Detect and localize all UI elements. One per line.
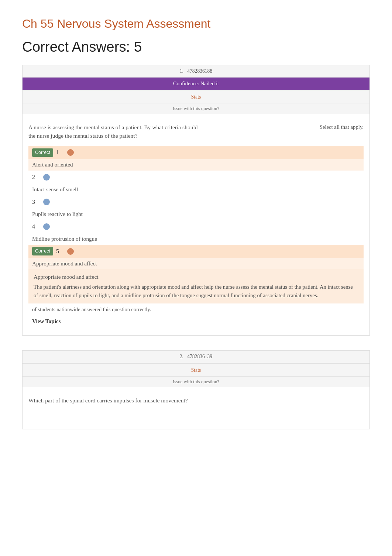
issue-label-2[interactable]: Issue with this question? (173, 379, 219, 384)
stats-link-2[interactable]: Stats (23, 363, 369, 377)
question-1-body: A nurse is assessing the mental status o… (23, 114, 369, 335)
stats-note-1: of students nationwide answered this que… (28, 303, 364, 316)
answer-option-3: 3 Pupils reactive to light (28, 195, 364, 220)
answer-number-5: 5 (56, 247, 63, 256)
confidence-label: Confidence: Nailed it (173, 80, 219, 86)
answer-text-1: Alert and oriented (28, 159, 364, 171)
question-1-number: 1. (180, 68, 183, 74)
answer-option-4: 4 Midline protrusion of tongue (28, 220, 364, 245)
question-1-text: A nurse is assessing the mental status o… (28, 123, 364, 140)
explanation-title: Appropriate mood and affect (34, 273, 358, 281)
select-all-label: Select all that apply. (320, 123, 364, 140)
question-2-text: Which part of the spinal cord carries im… (28, 396, 364, 405)
stats-link-1[interactable]: Stats (23, 90, 369, 103)
answer-number-3: 3 (32, 198, 39, 206)
stats-label-2[interactable]: Stats (191, 367, 201, 373)
answer-option-5: Correct 5 Appropriate mood and affect (28, 245, 364, 270)
answer-number-4: 4 (32, 222, 39, 231)
page-container: Ch 55 Nervous System Assessment Correct … (0, 0, 392, 459)
stats-label-1[interactable]: Stats (191, 94, 201, 100)
question-2-meta: 2. 4782836139 (23, 351, 369, 363)
correct-badge-5: Correct (32, 247, 53, 255)
answer-text-2: Intact sense of smell (28, 184, 364, 195)
answer-row-2[interactable]: 2 (28, 171, 364, 184)
answer-bubble-3 (43, 199, 50, 205)
correct-answers-heading: Correct Answers: 5 (22, 36, 370, 58)
question-text-left: A nurse is assessing the mental status o… (28, 123, 316, 140)
explanation-text: The patient's alertness and orientation … (34, 283, 358, 300)
confidence-bar[interactable]: Confidence: Nailed it (23, 78, 369, 90)
answer-text-4: Midline protrusion of tongue (28, 233, 364, 245)
issue-link-2[interactable]: Issue with this question? (23, 377, 369, 387)
question-1-meta: 1. 4782836188 (23, 65, 369, 78)
view-topics-button[interactable]: View Topics (28, 316, 364, 329)
question-card-2: 2. 4782836139 Stats Issue with this ques… (22, 350, 370, 429)
question-2-text-content: Which part of the spinal cord carries im… (28, 396, 188, 405)
explanation-block-1: Appropriate mood and affect The patient'… (28, 269, 364, 303)
answer-row-1[interactable]: Correct 1 (28, 146, 364, 159)
question-1-id: 4782836188 (187, 68, 212, 74)
question-text-line1: A nurse is assessing the mental status o… (28, 124, 197, 130)
answer-row-4[interactable]: 4 (28, 220, 364, 233)
answer-option-2: 2 Intact sense of smell (28, 171, 364, 195)
question-card-1: 1. 4782836188 Confidence: Nailed it Stat… (22, 65, 370, 336)
issue-link-1[interactable]: Issue with this question? (23, 103, 369, 114)
answer-bubble-5 (67, 248, 74, 255)
answer-bubble-2 (43, 174, 50, 181)
stats-note-text: of students nationwide answered this que… (32, 306, 151, 312)
answer-text-5: Appropriate mood and affect (28, 258, 364, 270)
answer-row-5[interactable]: Correct 5 (28, 245, 364, 258)
correct-badge-1: Correct (32, 148, 53, 157)
question-text-line2: the nurse judge the mental status of the… (28, 133, 138, 139)
page-title: Ch 55 Nervous System Assessment (22, 15, 370, 32)
answer-text-3: Pupils reactive to light (28, 209, 364, 220)
question-2-id: 4782836139 (187, 354, 212, 359)
question-2-number: 2. (180, 354, 183, 359)
answer-row-3[interactable]: 3 (28, 195, 364, 209)
answer-option-1: Correct 1 Alert and oriented (28, 146, 364, 171)
question-2-body: Which part of the spinal cord carries im… (23, 387, 369, 429)
answer-number-1: 1 (56, 148, 63, 157)
issue-label-1[interactable]: Issue with this question? (173, 106, 219, 111)
answer-number-2: 2 (32, 173, 39, 182)
answer-bubble-4 (43, 223, 50, 230)
answer-bubble-1 (67, 149, 74, 156)
